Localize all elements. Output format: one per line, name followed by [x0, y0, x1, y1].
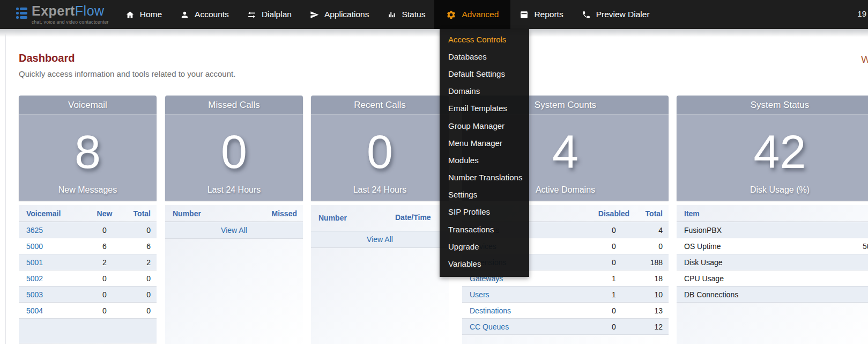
summary-card: System Status42Disk Usage (%) [677, 96, 868, 201]
widget-voicemail: Voicemail8New MessagesVoicemailNewTotal3… [19, 96, 157, 344]
table-cell: 12 [635, 323, 669, 331]
menu-item-transactions[interactable]: Transactions [440, 221, 529, 238]
table-row: 362500 [19, 222, 157, 238]
menu-item-upgrade[interactable]: Upgrade [440, 238, 529, 255]
summary-card: Voicemail8New Messages [19, 96, 157, 201]
table-cell: 2 [123, 258, 157, 267]
menu-item-menu-manager[interactable]: Menu Manager [440, 134, 529, 151]
table-cell: FusionPBX [677, 226, 855, 235]
nav-item-reports[interactable]: Reports [510, 0, 572, 29]
widget-title: Voicemail [19, 96, 157, 115]
view-all-row: View All [165, 222, 303, 239]
summary-caption: Last 24 Hours [165, 185, 303, 195]
table-header-row: VoicemailNewTotal [19, 205, 157, 222]
nav-item-label: Applications [324, 10, 369, 19]
row-link[interactable]: CC Queues [462, 323, 592, 331]
row-link[interactable]: 5000 [19, 242, 86, 251]
table-cell: 18 [635, 274, 669, 283]
column-header: Total [635, 209, 669, 218]
brand-logo[interactable]: ExpertFlow chat, voice and video contact… [16, 4, 109, 25]
menu-item-settings[interactable]: Settings [440, 186, 529, 203]
view-all-row: View All [311, 231, 449, 248]
column-header: Disabled [592, 209, 635, 218]
summary-caption: Disk Usage (%) [677, 185, 868, 195]
home-icon [125, 10, 135, 19]
table-row: 500300 [19, 287, 157, 303]
empty-table-row [19, 319, 157, 343]
menu-item-variables[interactable]: Variables [440, 255, 529, 272]
menu-item-domains[interactable]: Domains [440, 83, 529, 100]
menu-item-access-controls[interactable]: Access Controls [440, 31, 529, 48]
nav-item-advanced[interactable]: Advanced [434, 0, 510, 29]
content-top-shadow [0, 29, 868, 37]
menu-item-group-manager[interactable]: Group Manager [440, 117, 529, 134]
widget-title: System Status [677, 96, 868, 115]
nav-item-status[interactable]: Status [378, 0, 434, 29]
menu-item-number-translations[interactable]: Number Translations [440, 169, 529, 186]
summary-number: 8 [19, 115, 157, 171]
summary-number: 42 [677, 115, 868, 171]
menu-item-modules[interactable]: Modules [440, 151, 529, 169]
nav-item-accounts[interactable]: Accounts [171, 0, 238, 29]
column-header: Total [123, 209, 157, 218]
table-cell: 0 [86, 274, 123, 283]
table-header-row: NumberMissed [165, 205, 303, 222]
row-link[interactable]: 5004 [19, 306, 86, 315]
menu-item-email-templates[interactable]: Email Templates [440, 100, 529, 117]
widget-table: NumberDate/TimeView All [311, 205, 449, 344]
table-cell: 0 [123, 274, 157, 283]
row-link[interactable]: 5002 [19, 274, 86, 283]
brand-name-blue: Flow [75, 3, 105, 18]
panel-left-border [5, 34, 6, 344]
row-link[interactable]: 5003 [19, 290, 86, 299]
table-cell: 0 [592, 242, 635, 251]
nav-item-label: Status [402, 10, 425, 19]
page-title: Dashboard [19, 52, 75, 64]
user-icon [180, 10, 189, 19]
table-cell: 50d [855, 242, 868, 251]
table-row: OS Uptime50d [677, 238, 868, 254]
menu-item-default-settings[interactable]: Default Settings [440, 65, 529, 82]
nav-menu: HomeAccountsDialplanApplicationsStatusAd… [116, 0, 659, 29]
row-link[interactable]: 5001 [19, 258, 86, 267]
row-link[interactable]: Destinations [462, 306, 592, 315]
table-row: 500400 [19, 303, 157, 319]
swap-arrows-icon [247, 10, 256, 19]
view-all-link[interactable]: View All [221, 226, 247, 235]
nav-item-label: Preview Dialer [596, 10, 650, 19]
table-row: CPU Usage [677, 270, 868, 287]
view-all-link[interactable]: View All [367, 235, 393, 244]
widget-table: VoicemailNewTotal36250050006650012250020… [19, 205, 157, 344]
column-header: Item [677, 209, 855, 218]
menu-item-databases[interactable]: Databases [440, 48, 529, 65]
nav-item-home[interactable]: Home [116, 0, 171, 29]
table-cell: 0 [635, 242, 669, 251]
bar-chart-icon [387, 10, 396, 19]
advanced-dropdown-menu: Access ControlsDatabasesDefault Settings… [440, 29, 529, 277]
expertflow-logo-icon [16, 8, 27, 19]
table-row: CC Queues012 [462, 319, 669, 335]
table-cell: 1 [592, 274, 635, 283]
nav-item-applications[interactable]: Applications [301, 0, 379, 29]
table-cell: 0 [86, 290, 123, 299]
row-link[interactable]: 3625 [19, 226, 86, 235]
table-cell: 6 [123, 242, 157, 251]
row-link[interactable]: Users [462, 290, 592, 299]
summary-card: Missed Calls0Last 24 Hours [165, 96, 303, 201]
column-header: New [86, 209, 123, 218]
nav-item-preview-dialer[interactable]: Preview Dialer [573, 0, 659, 29]
table-cell: CPU Usage [677, 274, 855, 283]
reports-icon [520, 10, 529, 19]
summary-card-body: 42Disk Usage (%) [677, 115, 868, 201]
summary-caption: New Messages [19, 185, 157, 195]
send-icon [310, 10, 319, 19]
widget-title: Missed Calls [165, 96, 303, 115]
nav-item-dialplan[interactable]: Dialplan [238, 0, 301, 29]
column-header: Number [165, 209, 244, 218]
column-header: Number [311, 214, 395, 222]
menu-item-sip-profiles[interactable]: SIP Profiles [440, 203, 529, 221]
summary-number: 0 [165, 115, 303, 171]
table-header-row: Item [677, 205, 868, 222]
table-cell: 1 [592, 290, 635, 299]
table-cell: 0 [592, 226, 635, 235]
